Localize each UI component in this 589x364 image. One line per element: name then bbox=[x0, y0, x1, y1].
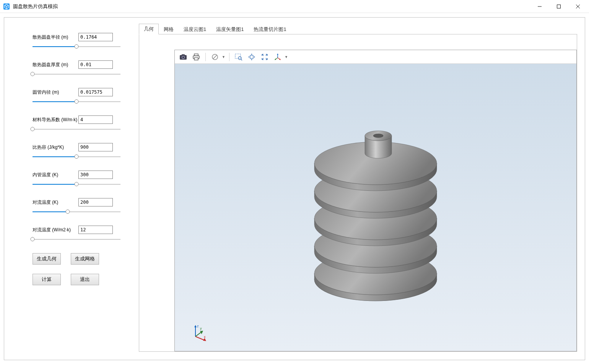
param-group: 比热容 (J/kg*K) bbox=[33, 143, 120, 160]
svg-rect-9 bbox=[194, 54, 198, 56]
param-input[interactable] bbox=[78, 60, 113, 69]
param-input[interactable] bbox=[78, 198, 113, 206]
param-slider[interactable] bbox=[33, 44, 120, 50]
titlebar: 圆盘散热片仿真模拟 bbox=[0, 0, 589, 13]
app-icon bbox=[3, 3, 10, 10]
svg-point-8 bbox=[182, 56, 184, 58]
toolbar-separator bbox=[229, 53, 229, 61]
generate-mesh-button[interactable]: 生成网格 bbox=[71, 253, 99, 265]
viewport-toolbar: ▼ bbox=[175, 50, 576, 64]
viewport-container: ▼ bbox=[174, 50, 577, 351]
svg-point-28 bbox=[373, 134, 383, 138]
screenshot-icon[interactable] bbox=[178, 52, 189, 62]
svg-text:z: z bbox=[197, 324, 199, 328]
exit-button[interactable]: 退出 bbox=[71, 274, 99, 285]
param-label: 散热圆盘半径 (m) bbox=[33, 34, 75, 41]
fit-view-icon[interactable] bbox=[259, 52, 270, 62]
pan-icon[interactable] bbox=[246, 52, 257, 62]
svg-rect-17 bbox=[250, 55, 253, 58]
zoom-select-icon[interactable] bbox=[233, 52, 244, 62]
window-title: 圆盘散热片仿真模拟 bbox=[13, 3, 530, 10]
param-label: 圆管内径 (m) bbox=[33, 89, 75, 96]
main-area: 几何网格温度云图1温度矢量图1热流量切片图1 ▼ bbox=[139, 24, 577, 352]
tab-温度矢量图1[interactable]: 温度矢量图1 bbox=[211, 24, 249, 34]
param-slider[interactable] bbox=[33, 71, 120, 77]
svg-rect-2 bbox=[557, 5, 561, 8]
param-slider[interactable] bbox=[33, 126, 120, 132]
axis-gizmo: z x y bbox=[190, 324, 207, 341]
param-input[interactable] bbox=[78, 143, 113, 151]
param-label: 对流温度 (K) bbox=[33, 199, 75, 206]
svg-line-13 bbox=[213, 55, 217, 59]
param-slider[interactable] bbox=[33, 154, 120, 160]
tab-网格[interactable]: 网格 bbox=[159, 24, 179, 34]
param-slider[interactable] bbox=[33, 236, 120, 242]
3d-viewport[interactable]: z x y bbox=[175, 64, 576, 351]
param-label: 比热容 (J/kg*K) bbox=[33, 144, 75, 151]
tab-温度云图1[interactable]: 温度云图1 bbox=[179, 24, 211, 34]
tab-bar: 几何网格温度云图1温度矢量图1热流量切片图1 bbox=[139, 24, 577, 34]
param-slider[interactable] bbox=[33, 99, 120, 105]
close-button[interactable] bbox=[568, 0, 587, 13]
svg-point-15 bbox=[238, 57, 241, 60]
param-input[interactable] bbox=[78, 33, 113, 41]
param-group: 散热圆盘厚度 (m) bbox=[33, 60, 120, 77]
param-group: 内管温度 (K) bbox=[33, 171, 120, 187]
param-slider[interactable] bbox=[33, 209, 120, 215]
param-group: 散热圆盘半径 (m) bbox=[33, 33, 120, 50]
svg-line-16 bbox=[241, 59, 242, 60]
maximize-button[interactable] bbox=[549, 0, 568, 13]
svg-line-31 bbox=[195, 336, 205, 340]
svg-text:x: x bbox=[204, 335, 206, 339]
geometry-model bbox=[268, 108, 483, 307]
generate-geometry-button[interactable]: 生成几何 bbox=[33, 253, 61, 265]
no-entry-icon[interactable] bbox=[210, 52, 220, 62]
axis-view-icon[interactable] bbox=[272, 52, 283, 62]
param-input[interactable] bbox=[78, 171, 113, 179]
param-group: 材料导热系数 (W/m·k) bbox=[33, 115, 120, 132]
svg-line-33 bbox=[195, 332, 202, 336]
svg-rect-14 bbox=[235, 54, 241, 58]
param-label: 对流温度 (W/m2·k) bbox=[33, 227, 75, 233]
svg-rect-6 bbox=[182, 54, 185, 55]
param-label: 散热圆盘厚度 (m) bbox=[33, 62, 75, 68]
param-label: 材料导热系数 (W/m·k) bbox=[33, 117, 75, 123]
param-input[interactable] bbox=[78, 88, 113, 96]
compute-button[interactable]: 计算 bbox=[33, 274, 61, 285]
toolbar-separator bbox=[205, 53, 206, 61]
tab-content: ▼ bbox=[139, 34, 577, 352]
app-frame: 散热圆盘半径 (m) 散热圆盘厚度 (m) 圆管内径 (m) 材料导热系数 bbox=[4, 17, 585, 360]
parameter-panel: 散热圆盘半径 (m) 散热圆盘厚度 (m) 圆管内径 (m) 材料导热系数 bbox=[33, 33, 120, 285]
tab-热流量切片图1[interactable]: 热流量切片图1 bbox=[249, 24, 291, 34]
param-slider[interactable] bbox=[33, 181, 120, 187]
print-icon[interactable] bbox=[191, 52, 202, 62]
dropdown-caret-icon[interactable]: ▼ bbox=[222, 55, 225, 59]
param-group: 对流温度 (W/m2·k) bbox=[33, 226, 120, 242]
svg-text:y: y bbox=[200, 327, 202, 330]
param-input[interactable] bbox=[78, 226, 113, 234]
minimize-button[interactable] bbox=[530, 0, 549, 13]
tab-几何[interactable]: 几何 bbox=[139, 24, 159, 34]
svg-rect-11 bbox=[194, 58, 198, 60]
param-input[interactable] bbox=[78, 115, 113, 124]
param-group: 圆管内径 (m) bbox=[33, 88, 120, 105]
param-label: 内管温度 (K) bbox=[33, 172, 75, 178]
dropdown-caret-icon[interactable]: ▼ bbox=[285, 55, 288, 59]
param-group: 对流温度 (K) bbox=[33, 198, 120, 215]
